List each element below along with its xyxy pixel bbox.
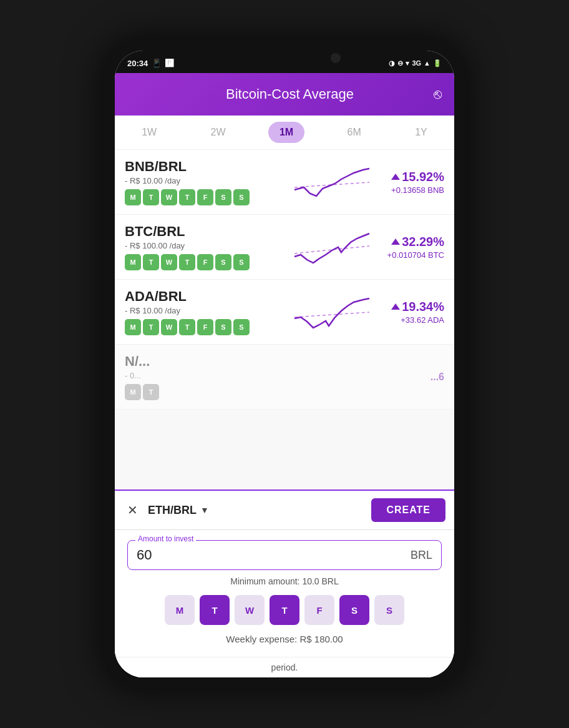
brightness-icon: ◑ bbox=[389, 59, 395, 67]
days-selector: M T W T F S S bbox=[127, 595, 442, 625]
day-badges-bnb: M T W T F S S bbox=[125, 189, 288, 205]
content-area: BNB/BRL - R$ 10.00 /day M T W T F S S bbox=[115, 150, 454, 677]
weekly-expense-text: Weekly expense: R$ 180.00 bbox=[127, 634, 442, 644]
asset-card-ada[interactable]: ADA/BRL - R$ 10.00 /day M T W T F S S bbox=[115, 280, 454, 345]
coin-selector[interactable]: ETH/BRL ▼ bbox=[148, 504, 365, 517]
phone-notch bbox=[235, 51, 334, 66]
badge-t2-btc: T bbox=[179, 254, 195, 270]
badge-s-btc: S bbox=[215, 254, 231, 270]
asset-price-btc: - R$ 100.00 /day bbox=[125, 241, 288, 250]
return-pct-btc: 32.29% bbox=[402, 235, 444, 249]
phone-screen: 20:34 📱 🅿 ◑ ⊖ ▾ 3G ▲ 🔋 Bitcoin-Cost Aver… bbox=[115, 51, 454, 677]
signal-bars-icon: ▲ bbox=[424, 59, 430, 67]
badge-t-ada: T bbox=[143, 319, 159, 335]
badge-s: S bbox=[215, 189, 231, 205]
up-arrow-ada bbox=[391, 303, 400, 310]
signal-label: 3G bbox=[412, 59, 421, 67]
return-amount-ada: +33.62 ADA bbox=[376, 315, 444, 325]
tab-1m[interactable]: 1M bbox=[268, 122, 304, 143]
partial-price-1: - 0... bbox=[125, 371, 376, 380]
badge-f-btc: F bbox=[197, 254, 213, 270]
minimum-amount-text: Minimum amount: 10.0 BRL bbox=[127, 576, 442, 586]
asset-name-ada: ADA/BRL bbox=[125, 288, 288, 305]
asset-price-ada: - R$ 10.00 /day bbox=[125, 306, 288, 315]
badge-s2: S bbox=[233, 189, 250, 205]
day-badges-btc: M T W T F S S bbox=[125, 254, 288, 270]
wifi-icon: ▾ bbox=[406, 59, 409, 67]
create-header: ✕ ETH/BRL ▼ CREATE bbox=[115, 491, 454, 530]
time-display: 20:34 bbox=[127, 59, 148, 68]
partial-name-1: N/... bbox=[125, 353, 376, 370]
day-btn-s2[interactable]: S bbox=[374, 595, 404, 625]
create-button[interactable]: CREATE bbox=[371, 498, 445, 522]
create-panel: ✕ ETH/BRL ▼ CREATE Amount to invest 60 B… bbox=[115, 489, 454, 677]
sim-icon: 📱 bbox=[152, 59, 162, 68]
chevron-down-icon: ▼ bbox=[200, 505, 209, 515]
tab-2w[interactable]: 2W bbox=[200, 122, 237, 143]
up-arrow-bnb bbox=[391, 174, 400, 180]
partial-badges-1: M T bbox=[125, 384, 376, 400]
badge-m: M bbox=[125, 189, 141, 205]
coin-name: ETH/BRL bbox=[148, 504, 197, 517]
phone-camera bbox=[331, 53, 341, 63]
day-btn-f[interactable]: F bbox=[304, 595, 334, 625]
amount-field[interactable]: Amount to invest 60 BRL bbox=[127, 540, 442, 570]
badge-f: F bbox=[197, 189, 213, 205]
badge-s2-ada: S bbox=[233, 319, 250, 335]
tab-6m[interactable]: 6M bbox=[336, 122, 372, 143]
badge-s-ada: S bbox=[215, 319, 231, 335]
logout-button[interactable]: ⎋ bbox=[434, 86, 442, 102]
return-bnb: 15.92% +0.13658 BNB bbox=[376, 170, 444, 195]
tab-1w[interactable]: 1W bbox=[130, 122, 168, 143]
asset-card-partial-1: N/... - 0... M T ...6 bbox=[115, 345, 454, 410]
phone-frame: 20:34 📱 🅿 ◑ ⊖ ▾ 3G ▲ 🔋 Bitcoin-Cost Aver… bbox=[104, 39, 465, 689]
close-button[interactable]: ✕ bbox=[124, 501, 142, 519]
badge-w-btc: W bbox=[161, 254, 177, 270]
day-btn-w[interactable]: W bbox=[235, 595, 265, 625]
chart-bnb bbox=[294, 164, 369, 201]
partial-return-1: ...6 bbox=[376, 371, 444, 383]
day-btn-m[interactable]: M bbox=[165, 595, 195, 625]
app-title: Bitcoin-Cost Average bbox=[146, 86, 434, 102]
chart-ada bbox=[294, 293, 369, 331]
return-pct-bnb: 15.92% bbox=[402, 170, 444, 184]
amount-value: 60 bbox=[137, 547, 152, 563]
partial-badge-t: T bbox=[143, 384, 159, 400]
partial-badge-m: M bbox=[125, 384, 141, 400]
asset-card-bnb[interactable]: BNB/BRL - R$ 10.00 /day M T W T F S S bbox=[115, 150, 454, 215]
day-btn-t[interactable]: T bbox=[200, 595, 230, 625]
badge-t2: T bbox=[179, 189, 195, 205]
return-btc: 32.29% +0.010704 BTC bbox=[376, 235, 444, 260]
chart-btc bbox=[294, 229, 369, 266]
period-hint: period. bbox=[115, 657, 454, 677]
badge-s2-btc: S bbox=[233, 254, 250, 270]
day-btn-t2[interactable]: T bbox=[270, 595, 299, 625]
badge-t-btc: T bbox=[143, 254, 159, 270]
return-amount-bnb: +0.13658 BNB bbox=[376, 185, 444, 195]
asset-name-btc: BTC/BRL bbox=[125, 224, 288, 240]
badge-w-ada: W bbox=[161, 319, 177, 335]
battery-icon: 🔋 bbox=[433, 59, 442, 67]
asset-card-btc[interactable]: BTC/BRL - R$ 100.00 /day M T W T F S S bbox=[115, 215, 454, 280]
return-pct-ada: 19.34% bbox=[402, 300, 444, 314]
return-ada: 19.34% +33.62 ADA bbox=[376, 300, 444, 325]
badge-m-ada: M bbox=[125, 319, 141, 335]
create-body: Amount to invest 60 BRL Minimum amount: … bbox=[115, 530, 454, 657]
day-btn-s[interactable]: S bbox=[339, 595, 369, 625]
badge-t: T bbox=[143, 189, 159, 205]
day-badges-ada: M T W T F S S bbox=[125, 319, 288, 335]
asset-list: BNB/BRL - R$ 10.00 /day M T W T F S S bbox=[115, 150, 454, 410]
tab-1y[interactable]: 1Y bbox=[404, 122, 439, 143]
minus-icon: ⊖ bbox=[397, 59, 403, 67]
return-amount-btc: +0.010704 BTC bbox=[376, 250, 444, 260]
badge-t2-ada: T bbox=[179, 319, 195, 335]
amount-label: Amount to invest bbox=[135, 534, 196, 543]
badge-m-btc: M bbox=[125, 254, 141, 270]
svg-line-2 bbox=[294, 312, 369, 317]
amount-currency: BRL bbox=[411, 549, 432, 562]
badge-f-ada: F bbox=[197, 319, 213, 335]
asset-price-bnb: - R$ 10.00 /day bbox=[125, 176, 288, 185]
badge-w: W bbox=[161, 189, 177, 205]
p-icon: 🅿 bbox=[165, 59, 173, 68]
up-arrow-btc bbox=[391, 239, 400, 245]
